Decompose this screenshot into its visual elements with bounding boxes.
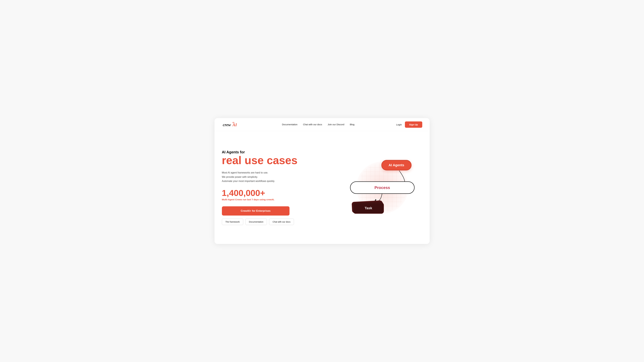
cta-framework-button[interactable]: The framework — [222, 219, 243, 225]
nav-item-documentation[interactable]: Documentation — [282, 123, 298, 126]
hero-stat: 1,400,000+ Multi-Agent Crews run last 7 … — [222, 189, 314, 201]
nav-item-chat-docs[interactable]: Chat with our docs — [303, 123, 322, 126]
stat-label: Multi-Agent Crews run last 7 days using … — [222, 198, 314, 201]
card-process: Process — [350, 181, 414, 194]
hero-description: Most AI agent frameworks are hard to use… — [222, 171, 314, 183]
nav-link-chat-docs[interactable]: Chat with our docs — [303, 123, 322, 126]
cta-chat-docs-button[interactable]: Chat with our docs — [269, 219, 294, 225]
hero-content: AI Agents for real use cases Most AI age… — [222, 150, 314, 225]
hero-desc-1: Most AI agent frameworks are hard to use… — [222, 171, 314, 175]
page-container: crew AI Documentation Chat with our docs… — [214, 118, 430, 244]
stat-label-prefix: Multi-Agent Crews run — [222, 198, 247, 201]
hero-section: AI Agents for real use cases Most AI age… — [214, 131, 430, 244]
cta-primary-button[interactable]: CrewAI+ for Enterprises — [222, 206, 290, 216]
hero-title: AI Agents for real use cases — [222, 150, 314, 166]
card-ai-agents: AI Agents — [382, 160, 412, 170]
logo-icon: crew AI — [222, 121, 240, 128]
hero-desc-2: We provide power with simplicity. — [222, 175, 314, 179]
card-task-front: Task — [353, 203, 384, 214]
hero-desc-3: Automate your most important workflows q… — [222, 179, 314, 183]
svg-text:crew: crew — [223, 122, 231, 127]
nav-link-blog[interactable]: Blog — [350, 123, 354, 126]
stat-label-suffix: using crewAI. — [259, 198, 274, 201]
card-task-stack: Task — [353, 203, 384, 214]
login-link[interactable]: Login — [396, 123, 402, 126]
nav-item-discord[interactable]: Join our Discord — [328, 123, 344, 126]
signup-button[interactable]: Sign Up — [405, 121, 422, 128]
hero-title-line2: real use cases — [222, 154, 314, 166]
hero-diagram: AI Agents Process Task — [342, 152, 422, 223]
logo[interactable]: crew AI — [222, 121, 240, 128]
nav-links: Documentation Chat with our docs Join ou… — [282, 123, 354, 126]
stat-label-highlight: last 7 days — [247, 198, 259, 201]
nav-actions: Login Sign Up — [396, 121, 422, 128]
nav-link-discord[interactable]: Join our Discord — [328, 123, 344, 126]
nav-item-blog[interactable]: Blog — [350, 123, 354, 126]
stat-number: 1,400,000+ — [222, 189, 314, 197]
hero-title-line1: AI Agents for — [222, 150, 314, 154]
navbar: crew AI Documentation Chat with our docs… — [214, 118, 430, 131]
cta-documentation-button[interactable]: Documentation — [246, 219, 267, 225]
nav-link-documentation[interactable]: Documentation — [282, 123, 298, 126]
cta-secondary-group: The framework Documentation Chat with ou… — [222, 219, 314, 225]
diagram-inner: AI Agents Process Task — [347, 155, 418, 220]
